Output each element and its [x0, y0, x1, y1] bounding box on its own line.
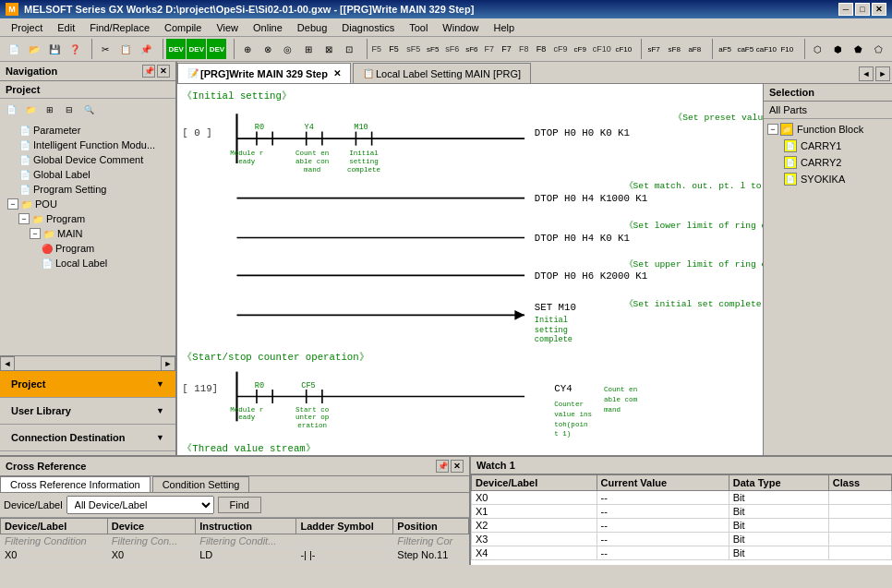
nav-pin-button[interactable]: 📌	[142, 65, 155, 78]
step-0: [ 0 ]	[182, 127, 211, 138]
nav-resize-handle[interactable]: »	[0, 451, 175, 455]
menu-online[interactable]: Online	[246, 20, 290, 35]
menu-diagnostics[interactable]: Diagnostics	[334, 20, 402, 35]
tool-4[interactable]: ⊞	[299, 39, 319, 59]
tab-prg-write[interactable]: 📝 [PRG]Write MAIN 329 Step ✕	[177, 63, 351, 83]
tab-next-button[interactable]: ►	[875, 66, 890, 81]
nav-scroll-right[interactable]: ►	[161, 356, 175, 371]
f8-btn[interactable]: F8	[532, 39, 551, 59]
program-expand[interactable]: −	[18, 213, 30, 224]
filter-select[interactable]: All Device/Label	[66, 496, 214, 514]
caf5-btn[interactable]: caF5	[736, 39, 755, 59]
menu-tool[interactable]: Tool	[402, 20, 435, 35]
tool-3[interactable]: ◎	[278, 39, 297, 59]
toolbar-separator-4	[362, 39, 368, 59]
watch-row[interactable]: X2 -- Bit	[472, 519, 892, 533]
menu-compile[interactable]: Compile	[157, 20, 209, 35]
tab-condition-setting[interactable]: Condition Setting	[152, 476, 250, 492]
tree-item-local-label[interactable]: 📄 Local Label	[2, 256, 174, 270]
help-button[interactable]: ❓	[65, 39, 84, 59]
f10-btn[interactable]: F10	[777, 39, 797, 59]
nav-tb-3[interactable]: ⊞	[41, 101, 59, 119]
tree-item-global-label[interactable]: 📄 Global Label	[2, 167, 174, 182]
af5-btn[interactable]: aF5	[716, 39, 735, 59]
tool-2[interactable]: ⊗	[258, 39, 277, 59]
main-expand[interactable]: −	[30, 228, 41, 239]
more-tool-1[interactable]: sF7	[645, 39, 664, 59]
function-block-expand[interactable]: −	[767, 124, 778, 135]
table-row[interactable]: X0 X0 LD -| |- Step No.11	[1, 548, 469, 562]
open-button[interactable]: 📂	[24, 39, 43, 59]
watch-row[interactable]: X1 -- Bit	[472, 505, 892, 519]
sf6-btn[interactable]: sF6	[462, 39, 481, 59]
nav-scroll-left[interactable]: ◄	[0, 356, 15, 371]
more-tool-2[interactable]: sF8	[665, 39, 684, 59]
dev-btn-3[interactable]: DEV	[207, 39, 226, 59]
extra-tool-3[interactable]: ⬟	[849, 39, 868, 59]
tab-local-label[interactable]: 📋 Local Label Setting MAIN [PRG]	[353, 63, 531, 83]
menu-project[interactable]: Project	[4, 20, 50, 35]
menu-help[interactable]: Help	[486, 20, 522, 35]
nav-tb-2[interactable]: 📁	[21, 101, 40, 119]
ladder-diagram[interactable]: 《Initial setting》 [ 0 ] R0 Module r eady	[177, 84, 763, 455]
new-button[interactable]: 📄	[4, 39, 23, 59]
extra-tool-2[interactable]: ⬢	[828, 39, 848, 59]
menu-find-replace[interactable]: Find/Replace	[82, 20, 157, 35]
tree-item-intelligent[interactable]: 📄 Intelligent Function Modu...	[2, 138, 174, 152]
tab-prev-button[interactable]: ◄	[859, 66, 874, 81]
find-button[interactable]: Find	[218, 497, 261, 513]
f5-btn[interactable]: F5	[384, 39, 404, 59]
cf9-btn[interactable]: cF9	[571, 39, 590, 59]
menu-debug[interactable]: Debug	[290, 20, 334, 35]
nav-btn-connection[interactable]: Connection Destination ▼	[0, 425, 175, 451]
f7-btn[interactable]: F7	[497, 39, 516, 59]
more-tool-3[interactable]: aF8	[685, 39, 705, 59]
tree-item-parameter[interactable]: 📄 Parameter	[2, 123, 174, 138]
cf10-btn[interactable]: cF10	[614, 39, 633, 59]
tree-item-main-program[interactable]: 🔴 Program	[2, 241, 174, 256]
maximize-button[interactable]: □	[855, 3, 870, 16]
tree-item-global-comment[interactable]: 📄 Global Device Comment	[2, 152, 174, 167]
syokika-item[interactable]: 📄 SYOKIKA	[765, 171, 890, 187]
save-button[interactable]: 💾	[44, 39, 64, 59]
nav-tb-4[interactable]: ⊟	[60, 101, 78, 119]
nav-tb-1[interactable]: 📄	[2, 101, 20, 119]
menu-edit[interactable]: Edit	[50, 20, 82, 35]
copy-button[interactable]: 📋	[115, 39, 135, 59]
pou-expand[interactable]: −	[7, 198, 18, 210]
tab-cross-ref-info[interactable]: Cross Reference Information	[0, 476, 151, 492]
nav-btn-user-library[interactable]: User Library ▼	[0, 398, 175, 425]
extra-tool-1[interactable]: ⬡	[808, 39, 827, 59]
menu-window[interactable]: Window	[435, 20, 486, 35]
tree-item-pou[interactable]: − 📁 POU	[2, 197, 174, 211]
tool-6[interactable]: ⊡	[340, 39, 359, 59]
minimize-button[interactable]: ─	[838, 3, 853, 16]
dev-btn-2[interactable]: DEV	[187, 39, 206, 59]
carry1-item[interactable]: 📄 CARRY1	[765, 138, 890, 154]
nav-close-button[interactable]: ✕	[157, 65, 170, 78]
close-button[interactable]: ✕	[872, 3, 886, 16]
sf5-btn[interactable]: sF5	[423, 39, 442, 59]
dev-btn-1[interactable]: DEV	[166, 39, 186, 59]
watch-row[interactable]: X4 -- Bit	[472, 546, 892, 560]
nav-btn-project[interactable]: Project ▼	[0, 371, 175, 398]
paste-button[interactable]: 📌	[136, 39, 155, 59]
extra-tool-4[interactable]: ⬠	[869, 39, 888, 59]
cut-button[interactable]: ✂	[95, 39, 115, 59]
watch-row[interactable]: X0 -- Bit	[472, 491, 892, 505]
tool-1[interactable]: ⊕	[237, 39, 257, 59]
table-row[interactable]: Filtering Condition Filtering Con... Fil…	[1, 534, 469, 548]
cross-ref-close[interactable]: ✕	[451, 460, 464, 473]
function-block-folder[interactable]: − 📁 Function Block	[765, 121, 890, 138]
nav-tb-5[interactable]: 🔍	[79, 101, 98, 119]
watch-row[interactable]: X3 -- Bit	[472, 533, 892, 546]
tree-item-main[interactable]: − 📁 MAIN	[2, 226, 174, 241]
menu-view[interactable]: View	[209, 20, 246, 35]
cross-ref-pin[interactable]: 📌	[436, 460, 449, 473]
caf10-btn[interactable]: caF10	[756, 39, 777, 59]
tool-5[interactable]: ⊠	[319, 39, 339, 59]
tree-item-program-setting[interactable]: 📄 Program Setting	[2, 182, 174, 197]
tab-close-1[interactable]: ✕	[333, 68, 341, 78]
tree-item-program[interactable]: − 📁 Program	[2, 211, 174, 226]
carry2-item[interactable]: 📄 CARRY2	[765, 154, 890, 171]
